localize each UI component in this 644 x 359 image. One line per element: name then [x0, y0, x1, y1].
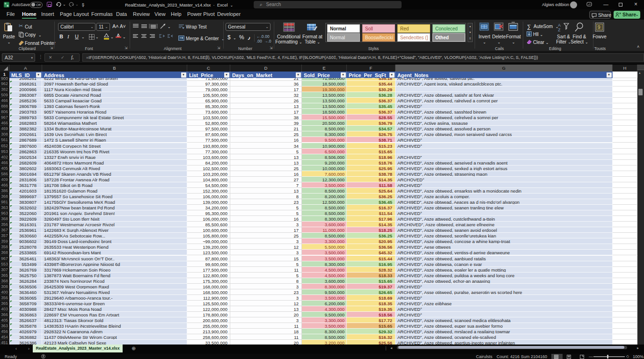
svg-text:A: A — [558, 23, 561, 28]
svg-text:9: 9 — [598, 25, 600, 30]
svg-text:Z: Z — [558, 28, 561, 32]
